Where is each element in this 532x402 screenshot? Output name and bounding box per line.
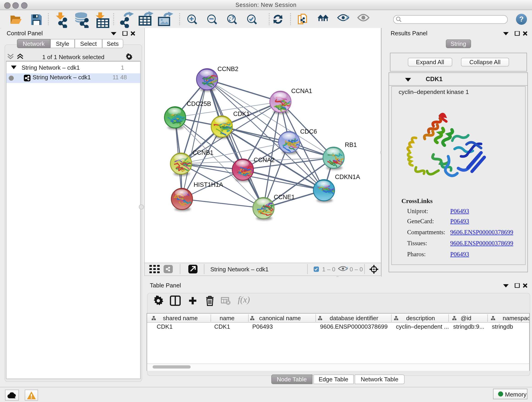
svg-text:CCNA2: CCNA2 bbox=[254, 157, 275, 163]
svg-text:CCNB1: CCNB1 bbox=[192, 149, 214, 156]
svg-text:HIST1H1A: HIST1H1A bbox=[194, 181, 223, 188]
svg-text:namespac: namespac bbox=[503, 314, 529, 321]
svg-text:shared name: shared name bbox=[163, 314, 198, 321]
svg-text:database identifier: database identifier bbox=[330, 314, 379, 321]
svg-text:@id: @id bbox=[461, 314, 472, 321]
svg-text:canonical name: canonical name bbox=[259, 314, 301, 321]
svg-text:RB1: RB1 bbox=[345, 141, 357, 148]
svg-text:CDC6: CDC6 bbox=[300, 128, 317, 135]
svg-text:CDKN1A: CDKN1A bbox=[335, 173, 360, 180]
svg-text:CCNA1: CCNA1 bbox=[291, 88, 312, 95]
svg-text:CDK1: CDK1 bbox=[233, 110, 250, 117]
svg-text:CDC25B: CDC25B bbox=[187, 100, 211, 107]
svg-text:CCNB2: CCNB2 bbox=[217, 65, 239, 72]
svg-text:CCNE1: CCNE1 bbox=[274, 194, 295, 201]
svg-text:name: name bbox=[220, 314, 234, 321]
svg-text:description: description bbox=[406, 314, 435, 321]
